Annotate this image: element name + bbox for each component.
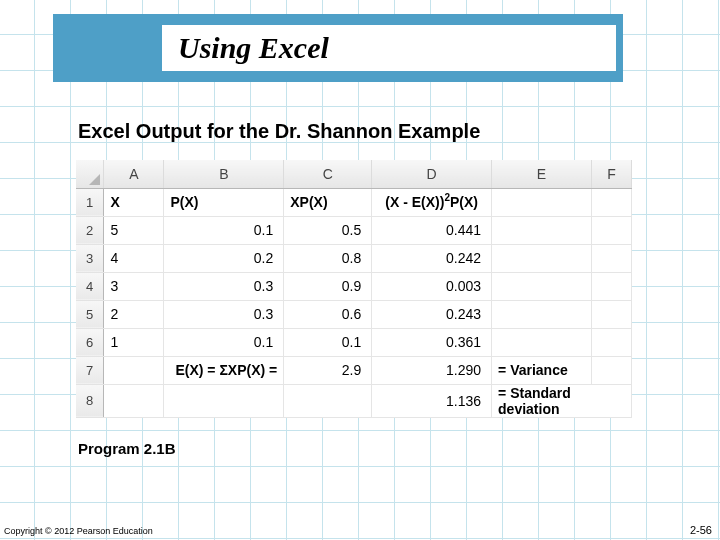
cell-A3[interactable]: 4	[104, 244, 164, 272]
excel-grid: A B C D E F 1 X P(X) XP(X) (X - E(X))2P(…	[76, 160, 632, 418]
cell-B1[interactable]: P(X)	[164, 188, 284, 216]
col-header-A[interactable]: A	[104, 160, 164, 188]
cell-A6[interactable]: 1	[104, 328, 164, 356]
col-header-C[interactable]: C	[284, 160, 372, 188]
table-row: 4 3 0.3 0.9 0.003	[76, 272, 632, 300]
select-all-triangle-icon	[89, 174, 100, 185]
cell-C2[interactable]: 0.5	[284, 216, 372, 244]
cell-A7[interactable]	[104, 356, 164, 384]
cell-C4[interactable]: 0.9	[284, 272, 372, 300]
page-number: 2-56	[690, 524, 712, 536]
row-header-7[interactable]: 7	[76, 356, 104, 384]
cell-E2[interactable]	[492, 216, 592, 244]
row-header-6[interactable]: 6	[76, 328, 104, 356]
cell-C5[interactable]: 0.6	[284, 300, 372, 328]
table-row: 3 4 0.2 0.8 0.242	[76, 244, 632, 272]
cell-B8[interactable]	[164, 384, 284, 417]
select-all-corner[interactable]	[76, 160, 104, 188]
table-row: 5 2 0.3 0.6 0.243	[76, 300, 632, 328]
row-header-2[interactable]: 2	[76, 216, 104, 244]
title-bar: Using Excel	[53, 14, 623, 82]
cell-E1[interactable]	[492, 188, 592, 216]
table-row: 6 1 0.1 0.1 0.361	[76, 328, 632, 356]
table-row: 1 X P(X) XP(X) (X - E(X))2P(X)	[76, 188, 632, 216]
cell-B4[interactable]: 0.3	[164, 272, 284, 300]
row-header-3[interactable]: 3	[76, 244, 104, 272]
col-header-F[interactable]: F	[591, 160, 631, 188]
cell-D7[interactable]: 1.290	[372, 356, 492, 384]
col-header-B[interactable]: B	[164, 160, 284, 188]
cell-C7[interactable]: 2.9	[284, 356, 372, 384]
excel-screenshot: A B C D E F 1 X P(X) XP(X) (X - E(X))2P(…	[76, 160, 632, 418]
cell-F5[interactable]	[591, 300, 631, 328]
cell-F2[interactable]	[591, 216, 631, 244]
cell-B6[interactable]: 0.1	[164, 328, 284, 356]
cell-E7[interactable]: = Variance	[492, 356, 592, 384]
cell-B2[interactable]: 0.1	[164, 216, 284, 244]
cell-C6[interactable]: 0.1	[284, 328, 372, 356]
cell-F4[interactable]	[591, 272, 631, 300]
cell-F6[interactable]	[591, 328, 631, 356]
cell-A4[interactable]: 3	[104, 272, 164, 300]
cell-D5[interactable]: 0.243	[372, 300, 492, 328]
cell-F1[interactable]	[591, 188, 631, 216]
cell-A2[interactable]: 5	[104, 216, 164, 244]
cell-C1[interactable]: XP(X)	[284, 188, 372, 216]
d1-post: P(X)	[450, 194, 478, 210]
cell-C8[interactable]	[284, 384, 372, 417]
col-header-E[interactable]: E	[492, 160, 592, 188]
d1-pre: (X - E(X))	[385, 194, 444, 210]
cell-F7[interactable]	[591, 356, 631, 384]
program-label: Program 2.1B	[78, 440, 176, 457]
cell-E8[interactable]: = Standard deviation	[492, 384, 632, 417]
row-header-4[interactable]: 4	[76, 272, 104, 300]
cell-F3[interactable]	[591, 244, 631, 272]
cell-D6[interactable]: 0.361	[372, 328, 492, 356]
col-header-D[interactable]: D	[372, 160, 492, 188]
cell-D4[interactable]: 0.003	[372, 272, 492, 300]
row-header-8[interactable]: 8	[76, 384, 104, 417]
cell-E5[interactable]	[492, 300, 592, 328]
row-header-5[interactable]: 5	[76, 300, 104, 328]
table-row: 7 E(X) = ΣXP(X) = 2.9 1.290 = Variance	[76, 356, 632, 384]
table-row: 8 1.136 = Standard deviation	[76, 384, 632, 417]
cell-C3[interactable]: 0.8	[284, 244, 372, 272]
cell-E6[interactable]	[492, 328, 592, 356]
copyright-footer: Copyright © 2012 Pearson Education	[4, 526, 153, 536]
cell-D3[interactable]: 0.242	[372, 244, 492, 272]
title-inner: Using Excel	[162, 25, 616, 71]
cell-A5[interactable]: 2	[104, 300, 164, 328]
cell-B5[interactable]: 0.3	[164, 300, 284, 328]
cell-E3[interactable]	[492, 244, 592, 272]
cell-B7[interactable]: E(X) = ΣXP(X) =	[164, 356, 284, 384]
cell-E4[interactable]	[492, 272, 592, 300]
cell-B3[interactable]: 0.2	[164, 244, 284, 272]
slide-title: Using Excel	[178, 31, 329, 65]
cell-A8[interactable]	[104, 384, 164, 417]
cell-A1[interactable]: X	[104, 188, 164, 216]
table-row: 2 5 0.1 0.5 0.441	[76, 216, 632, 244]
slide-subtitle: Excel Output for the Dr. Shannon Example	[78, 120, 480, 143]
row-header-1[interactable]: 1	[76, 188, 104, 216]
cell-D8[interactable]: 1.136	[372, 384, 492, 417]
cell-D1[interactable]: (X - E(X))2P(X)	[372, 188, 492, 216]
column-header-row: A B C D E F	[76, 160, 632, 188]
cell-D2[interactable]: 0.441	[372, 216, 492, 244]
